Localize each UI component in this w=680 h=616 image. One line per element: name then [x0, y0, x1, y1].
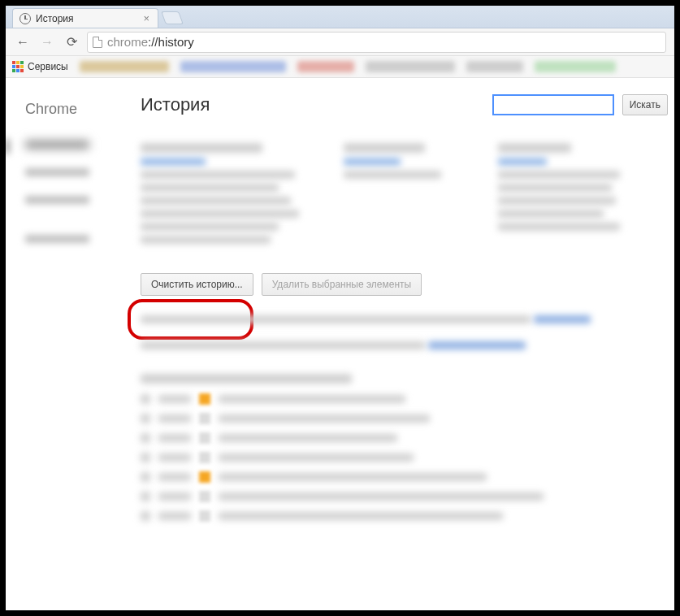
delete-selected-button[interactable]: Удалить выбранные элементы	[262, 273, 422, 296]
history-entry[interactable]	[141, 491, 668, 502]
reload-button[interactable]: ⟳	[63, 33, 80, 51]
tab-strip: История ×	[6, 6, 674, 28]
bookmark-item[interactable]	[80, 61, 169, 72]
history-search-input[interactable]	[492, 94, 614, 115]
apps-label: Сервисы	[28, 61, 68, 72]
sidebar-item-history[interactable]	[17, 141, 124, 155]
bookmark-item[interactable]	[466, 61, 523, 72]
info-text	[141, 310, 668, 332]
bookmark-item[interactable]	[180, 61, 286, 72]
history-actions: Очистить историю... Удалить выбранные эл…	[141, 273, 668, 296]
new-tab-button[interactable]	[161, 11, 184, 24]
bookmark-item[interactable]	[297, 61, 354, 72]
history-icon	[19, 13, 31, 24]
history-main: История Искать	[134, 78, 674, 610]
bookmark-item[interactable]	[535, 61, 616, 72]
history-entry[interactable]	[141, 413, 668, 424]
bookmarks-bar: Сервисы	[6, 56, 674, 78]
history-date-heading	[141, 374, 352, 384]
tab-close-button[interactable]: ×	[141, 12, 151, 24]
forward-button[interactable]: →	[38, 33, 56, 51]
synced-tabs-section	[141, 138, 668, 249]
tab-title: История	[36, 13, 74, 24]
page-header: История Искать	[141, 94, 668, 115]
clear-history-button[interactable]: Очистить историю...	[141, 273, 253, 296]
page-icon	[93, 37, 102, 48]
address-bar[interactable]: chrome://history	[87, 32, 666, 53]
history-entry[interactable]	[141, 452, 668, 463]
history-entry[interactable]	[141, 393, 668, 405]
browser-window: История × ← → ⟳ chrome://history Сервисы	[6, 6, 674, 610]
url-path: ://history	[148, 35, 194, 49]
history-entry[interactable]	[141, 432, 668, 444]
history-list	[141, 393, 668, 522]
navigation-toolbar: ← → ⟳ chrome://history	[6, 28, 674, 56]
sidebar-item[interactable]	[17, 235, 124, 249]
apps-shortcut[interactable]: Сервисы	[12, 61, 68, 72]
history-search-button[interactable]: Искать	[622, 94, 668, 115]
bookmark-item[interactable]	[366, 61, 455, 72]
tab-history[interactable]: История ×	[12, 8, 158, 28]
history-entry[interactable]	[141, 510, 668, 522]
apps-icon	[12, 61, 24, 72]
page-title: История	[141, 94, 484, 115]
url-scheme: chrome	[107, 35, 148, 49]
content-area: Chrome История Искать	[6, 78, 674, 610]
sidebar-item[interactable]	[17, 168, 124, 183]
settings-sidebar: Chrome	[6, 78, 134, 610]
sidebar-item[interactable]	[17, 196, 124, 210]
url-text: chrome://history	[107, 35, 194, 49]
history-entry[interactable]	[141, 471, 668, 483]
brand-label: Chrome	[6, 101, 134, 118]
info-text	[141, 338, 668, 353]
back-button[interactable]: ←	[14, 33, 32, 51]
